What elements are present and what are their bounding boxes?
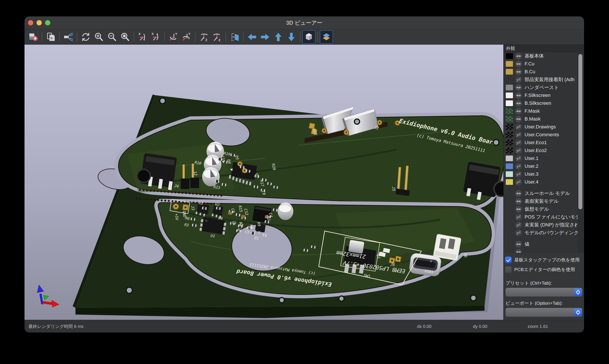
visibility-eye-slash-icon[interactable] xyxy=(515,214,522,221)
layer-row[interactable]: B.Mask xyxy=(504,115,584,123)
flip-board-button[interactable] xyxy=(228,30,241,44)
layer-color-swatch[interactable] xyxy=(506,100,513,106)
visibility-eye-slash-icon[interactable] xyxy=(515,139,522,146)
layer-color-swatch[interactable] xyxy=(506,77,513,82)
refresh-view-button[interactable] xyxy=(79,30,92,44)
layer-row[interactable]: 部品実装用接着剤 (Adh xyxy=(504,76,584,84)
layer-color-swatch[interactable] xyxy=(506,85,513,90)
layer-row[interactable]: User.2 xyxy=(504,162,584,170)
layer-row[interactable]: 値 xyxy=(504,240,584,248)
dropdown-stepper-icon[interactable] xyxy=(574,309,582,316)
visibility-eye-slash-icon[interactable] xyxy=(515,147,522,154)
layer-row[interactable]: F.Silkscreen xyxy=(504,91,584,99)
layer-row[interactable]: User.4 xyxy=(504,178,584,186)
visibility-eye-icon[interactable] xyxy=(515,198,522,205)
layer-color-swatch[interactable] xyxy=(506,53,513,59)
preset-dropdown[interactable] xyxy=(505,288,582,297)
visibility-eye-icon[interactable] xyxy=(515,249,522,253)
layer-row[interactable]: User.Drawings xyxy=(504,123,584,131)
visibility-eye-slash-icon[interactable] xyxy=(515,230,522,236)
visibility-eye-icon[interactable] xyxy=(515,84,522,91)
layer-row[interactable]: 未実装 (DNP) が指定され xyxy=(504,221,584,229)
layer-row[interactable]: スルーホール モデル xyxy=(504,189,584,197)
layer-color-swatch[interactable] xyxy=(506,124,513,130)
visibility-eye-slash-icon[interactable] xyxy=(515,171,522,178)
scrollbar-track[interactable] xyxy=(578,52,584,253)
zoom-in-button[interactable] xyxy=(92,30,105,44)
layer-row[interactable] xyxy=(504,248,584,253)
layer-row[interactable]: モデルのバウンディングボ xyxy=(504,229,584,237)
pan-left-button[interactable] xyxy=(246,30,259,44)
layer-row[interactable]: F.Mask xyxy=(504,107,584,115)
visibility-eye-icon[interactable] xyxy=(515,116,522,122)
layer-row[interactable]: F.Cu xyxy=(504,60,584,68)
visibility-eye-icon[interactable] xyxy=(515,206,522,213)
layer-color-swatch[interactable] xyxy=(506,179,513,185)
editor-copper-checkbox[interactable] xyxy=(505,266,512,273)
layer-color-swatch[interactable] xyxy=(506,132,513,138)
layer-color-swatch[interactable] xyxy=(506,156,513,161)
visibility-eye-slash-icon[interactable] xyxy=(515,76,522,83)
layer-color-swatch[interactable] xyxy=(506,148,513,153)
layer-row[interactable]: 仮想モデル xyxy=(504,205,584,213)
visibility-eye-icon[interactable] xyxy=(515,241,522,248)
layer-row[interactable]: POS ファイルにないモデ xyxy=(504,213,584,221)
zoom-out-button[interactable] xyxy=(105,30,118,44)
visibility-eye-icon[interactable] xyxy=(515,53,522,60)
layer-color-swatch[interactable] xyxy=(506,108,513,114)
layer-color-swatch[interactable] xyxy=(506,116,513,122)
visibility-eye-icon[interactable] xyxy=(515,92,522,99)
viewport-dropdown[interactable] xyxy=(505,308,582,317)
copy-image-button[interactable] xyxy=(44,30,57,44)
rotate-y-counterclockwise-button[interactable]: Y xyxy=(180,30,193,44)
visibility-eye-slash-icon[interactable] xyxy=(515,155,522,162)
pan-right-button[interactable] xyxy=(259,30,272,44)
stackup-colors-checkbox[interactable] xyxy=(505,257,512,263)
rotate-z-counterclockwise-button[interactable]: Z xyxy=(210,30,224,44)
orthographic-projection-toggle[interactable] xyxy=(302,30,315,44)
layer-row[interactable]: User.1 xyxy=(504,155,584,162)
appearance-panel-toggle[interactable] xyxy=(320,30,333,44)
layer-row[interactable]: 基板本体 xyxy=(504,52,584,60)
layer-color-swatch[interactable] xyxy=(506,69,513,75)
zoom-to-fit-button[interactable] xyxy=(118,30,132,44)
layer-row[interactable]: B.Cu xyxy=(504,68,584,76)
rotate-z-clockwise-button[interactable]: Z xyxy=(197,30,210,44)
visibility-eye-icon[interactable] xyxy=(515,100,522,107)
dropdown-stepper-icon[interactable] xyxy=(574,288,582,296)
layer-color-swatch[interactable] xyxy=(506,92,513,98)
layer-list[interactable]: 基板本体F.CuB.Cu部品実装用接着剤 (AdhハンダペーストF.Silksc… xyxy=(504,52,584,253)
visibility-eye-icon[interactable] xyxy=(515,190,522,197)
checkbox-row-editor-copper[interactable]: PCBエディターの銅色を使用 xyxy=(505,265,584,274)
layer-row[interactable]: User.Comments xyxy=(504,131,584,139)
visibility-eye-slash-icon[interactable] xyxy=(515,221,522,228)
rotate-x-counterclockwise-button[interactable]: X xyxy=(149,30,162,44)
layer-color-swatch[interactable] xyxy=(506,171,513,177)
checkbox-row-stackup-colors[interactable]: 基板スタックアップの色を使用 xyxy=(505,255,584,265)
layer-color-swatch[interactable] xyxy=(506,140,513,145)
layer-row[interactable]: User.Eco1 xyxy=(504,139,584,147)
layer-color-swatch[interactable] xyxy=(506,61,513,67)
pan-up-button[interactable] xyxy=(272,30,285,44)
visibility-eye-slash-icon[interactable] xyxy=(515,163,522,170)
rotate-y-clockwise-button[interactable]: Y xyxy=(167,30,180,44)
visibility-eye-slash-icon[interactable] xyxy=(515,124,522,130)
reload-board-button[interactable] xyxy=(27,30,40,44)
visibility-eye-slash-icon[interactable] xyxy=(515,179,522,185)
rotate-x-clockwise-button[interactable]: X xyxy=(136,30,149,44)
visibility-eye-icon[interactable] xyxy=(515,68,522,75)
layer-color-swatch[interactable] xyxy=(506,163,513,169)
layer-row[interactable]: 表面実装モデル xyxy=(504,197,584,205)
visibility-eye-slash-icon[interactable] xyxy=(515,131,522,138)
layer-row[interactable]: B.Silkscreen xyxy=(504,99,584,107)
layer-row[interactable]: User.3 xyxy=(504,170,584,178)
layer-row[interactable]: ハンダペースト xyxy=(504,84,584,91)
render-raytracing-button[interactable] xyxy=(62,30,75,44)
3d-canvas[interactable]: Exidiophone v6.0 Audio Board (c) Tomoya … xyxy=(25,45,503,320)
visibility-eye-icon[interactable] xyxy=(515,61,522,67)
pan-down-button[interactable] xyxy=(285,30,298,44)
title-bar[interactable]: 3D ビューアー xyxy=(25,16,584,29)
visibility-eye-icon[interactable] xyxy=(515,108,522,115)
layer-row[interactable]: User.Eco2 xyxy=(504,147,584,155)
scrollbar-thumb[interactable] xyxy=(578,54,582,209)
